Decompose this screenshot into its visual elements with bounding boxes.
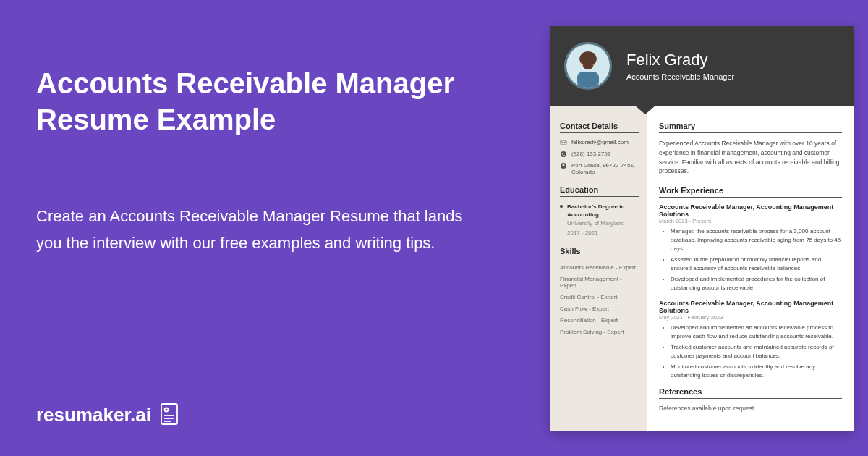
job-bullet: Developed and implemented procedures for… [671, 275, 842, 292]
job-bullets: Managed the accounts receivable process … [659, 227, 842, 292]
svg-point-10 [561, 151, 566, 157]
education-heading: Education [560, 185, 639, 197]
brand-name: resumaker.ai [36, 404, 151, 426]
contact-heading: Contact Details [560, 122, 639, 133]
phone-text: (928) 133 2752 [571, 151, 610, 157]
job-dates: March 2023 - Present [659, 218, 842, 224]
job-bullets: Developed and implemented an accounts re… [659, 324, 842, 380]
skills-list: Accounts Receivable - ExpertFinancial Ma… [560, 264, 639, 335]
page-subtitle: Create an Accounts Receivable Manager Re… [36, 203, 485, 257]
jobs-list: Accounts Receivable Manager, Accounting … [659, 203, 842, 380]
job-bullet: Tracked customer accounts and maintained… [671, 343, 842, 360]
edu-degree: Bachelor's Degree in Accounting [567, 203, 624, 218]
education-item: Bachelor's Degree in Accounting Universi… [560, 203, 639, 237]
document-icon [158, 402, 180, 427]
person-name: Felix Grady [626, 51, 734, 69]
skill-item: Financial Management - Expert [560, 276, 639, 289]
job-bullet: Monitored customer accounts to identify … [671, 363, 842, 380]
page-title: Accounts Receivable Manager Resume Examp… [36, 65, 485, 138]
resume-body: Contact Details felixgrady@gmail.com (92… [550, 106, 854, 431]
svg-point-1 [165, 408, 169, 412]
refs-heading: References [659, 387, 842, 399]
contact-phone: (928) 133 2752 [560, 151, 639, 158]
job-bullet: Assisted in the preparation of monthly f… [671, 256, 842, 273]
work-heading: Work Experience [659, 186, 842, 198]
summary-text: Experienced Accounts Receivable Manager … [659, 139, 842, 176]
skill-item: Reconciliation - Expert [560, 317, 639, 324]
contact-email: felixgrady@gmail.com [560, 139, 639, 146]
svg-rect-8 [577, 72, 599, 88]
resume-header: Felix Grady Accounts Receivable Manager [550, 26, 854, 106]
brand-logo: resumaker.ai [36, 402, 485, 427]
resume-preview: Felix Grady Accounts Receivable Manager … [550, 26, 854, 431]
skills-heading: Skills [560, 247, 639, 258]
location-icon [560, 162, 567, 169]
hero-panel: Accounts Receivable Manager Resume Examp… [0, 0, 521, 456]
contact-address: Port Grace, 96722-7451, Colorado [560, 162, 639, 175]
resume-main: Summary Experienced Accounts Receivable … [647, 106, 854, 431]
job-dates: May 2021 - February 2023 [659, 314, 842, 321]
skill-item: Problem Solving - Expert [560, 329, 639, 335]
svg-point-7 [583, 62, 593, 69]
phone-icon [560, 151, 567, 158]
edu-school: University of Maryland [567, 219, 639, 227]
svg-rect-9 [561, 140, 566, 145]
refs-text: References available upon request [659, 405, 842, 412]
job-bullet: Managed the accounts receivable process … [671, 227, 842, 253]
job-title: Accounts Receivable Manager, Accounting … [659, 300, 842, 314]
avatar [564, 42, 612, 90]
address-text: Port Grace, 96722-7451, Colorado [571, 162, 639, 175]
email-icon [560, 139, 567, 146]
edu-dates: 2017 - 2021 [567, 229, 639, 237]
job-item: Accounts Receivable Manager, Accounting … [659, 203, 842, 292]
job-title: Accounts Receivable Manager, Accounting … [659, 203, 842, 218]
skill-item: Cash Flow - Expert [560, 305, 639, 312]
resume-sidebar: Contact Details felixgrady@gmail.com (92… [550, 106, 647, 431]
person-title: Accounts Receivable Manager [626, 72, 734, 81]
job-bullet: Developed and implemented an accounts re… [671, 324, 842, 341]
skill-item: Accounts Receivable - Expert [560, 264, 639, 271]
summary-heading: Summary [659, 122, 842, 133]
email-link[interactable]: felixgrady@gmail.com [571, 139, 629, 145]
skill-item: Credit Control - Expert [560, 294, 639, 300]
job-item: Accounts Receivable Manager, Accounting … [659, 300, 842, 380]
svg-point-12 [563, 164, 565, 166]
header-text: Felix Grady Accounts Receivable Manager [626, 51, 734, 81]
header-notch [635, 106, 655, 114]
